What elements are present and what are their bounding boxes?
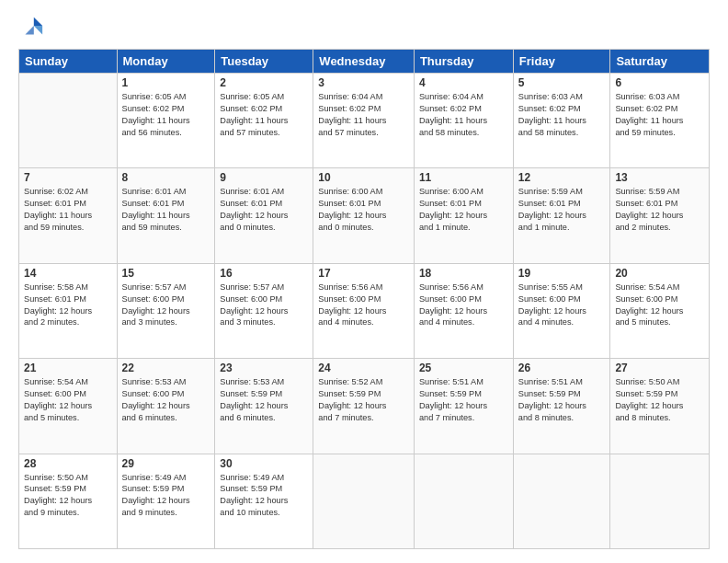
cell-info: Sunrise: 5:54 AM Sunset: 6:00 PM Dayligh… [615,282,704,329]
calendar-cell: 9Sunrise: 6:01 AM Sunset: 6:01 PM Daylig… [215,168,313,263]
day-number: 21 [24,362,112,374]
day-header-friday: Friday [513,50,610,74]
cell-info: Sunrise: 5:59 AM Sunset: 6:01 PM Dayligh… [518,186,606,234]
page: SundayMondayTuesdayWednesdayThursdayFrid… [0,0,728,563]
calendar-cell: 3Sunrise: 6:04 AM Sunset: 6:02 PM Daylig… [313,74,415,168]
day-number: 18 [419,267,508,280]
calendar-cell: 5Sunrise: 6:03 AM Sunset: 6:02 PM Daylig… [513,74,610,168]
day-number: 22 [122,362,210,374]
calendar-week-row: 1Sunrise: 6:05 AM Sunset: 6:02 PM Daylig… [19,74,710,168]
cell-info: Sunrise: 6:03 AM Sunset: 6:02 PM Dayligh… [518,91,606,139]
calendar-cell: 7Sunrise: 6:02 AM Sunset: 6:01 PM Daylig… [19,168,118,263]
calendar-cell: 22Sunrise: 5:53 AM Sunset: 6:00 PM Dayli… [117,359,215,454]
day-number: 1 [122,76,210,89]
calendar-header-row: SundayMondayTuesdayWednesdayThursdayFrid… [19,50,710,74]
calendar-cell: 19Sunrise: 5:55 AM Sunset: 6:00 PM Dayli… [513,263,610,358]
day-number: 13 [615,171,704,184]
day-number: 27 [615,362,704,374]
day-number: 19 [518,267,606,280]
calendar-cell: 24Sunrise: 5:52 AM Sunset: 5:59 PM Dayli… [313,359,415,454]
calendar-cell: 14Sunrise: 5:58 AM Sunset: 6:01 PM Dayli… [19,263,118,358]
logo [18,14,46,40]
cell-info: Sunrise: 5:57 AM Sunset: 6:00 PM Dayligh… [220,282,308,329]
cell-info: Sunrise: 5:56 AM Sunset: 6:00 PM Dayligh… [419,282,508,329]
day-header-wednesday: Wednesday [313,50,415,74]
calendar-week-row: 7Sunrise: 6:02 AM Sunset: 6:01 PM Daylig… [19,168,710,263]
svg-marker-2 [25,26,33,34]
day-number: 12 [518,171,606,184]
day-header-monday: Monday [117,50,215,74]
calendar-cell: 11Sunrise: 6:00 AM Sunset: 6:01 PM Dayli… [414,168,513,263]
day-number: 16 [220,267,308,280]
calendar-cell: 30Sunrise: 5:49 AM Sunset: 5:59 PM Dayli… [215,454,313,548]
calendar-cell: 2Sunrise: 6:05 AM Sunset: 6:02 PM Daylig… [215,74,313,168]
calendar-cell: 16Sunrise: 5:57 AM Sunset: 6:00 PM Dayli… [215,263,313,358]
day-number: 4 [419,76,508,89]
day-number: 8 [122,171,210,184]
cell-info: Sunrise: 5:58 AM Sunset: 6:01 PM Dayligh… [24,282,112,329]
svg-marker-1 [34,26,42,34]
calendar-cell: 25Sunrise: 5:51 AM Sunset: 5:59 PM Dayli… [414,359,513,454]
calendar-cell: 23Sunrise: 5:53 AM Sunset: 5:59 PM Dayli… [215,359,313,454]
day-number: 7 [24,171,112,184]
cell-info: Sunrise: 6:02 AM Sunset: 6:01 PM Dayligh… [24,186,112,234]
calendar-cell: 26Sunrise: 5:51 AM Sunset: 5:59 PM Dayli… [513,359,610,454]
cell-info: Sunrise: 5:49 AM Sunset: 5:59 PM Dayligh… [220,472,308,520]
calendar-cell: 20Sunrise: 5:54 AM Sunset: 6:00 PM Dayli… [610,263,710,358]
day-number: 24 [318,362,409,374]
day-number: 26 [518,362,606,374]
cell-info: Sunrise: 6:05 AM Sunset: 6:02 PM Dayligh… [122,91,210,139]
day-number: 25 [419,362,508,374]
header [18,14,710,40]
cell-info: Sunrise: 6:00 AM Sunset: 6:01 PM Dayligh… [419,186,508,234]
cell-info: Sunrise: 6:04 AM Sunset: 6:02 PM Dayligh… [419,91,508,139]
calendar-table: SundayMondayTuesdayWednesdayThursdayFrid… [18,49,710,549]
day-header-thursday: Thursday [414,50,513,74]
cell-info: Sunrise: 6:00 AM Sunset: 6:01 PM Dayligh… [318,186,409,234]
calendar-cell: 15Sunrise: 5:57 AM Sunset: 6:00 PM Dayli… [117,263,215,358]
calendar-cell [19,74,118,168]
calendar-week-row: 21Sunrise: 5:54 AM Sunset: 6:00 PM Dayli… [19,359,710,454]
day-number: 3 [318,76,409,89]
cell-info: Sunrise: 5:55 AM Sunset: 6:00 PM Dayligh… [518,282,606,329]
calendar-cell [414,454,513,548]
calendar-cell: 29Sunrise: 5:49 AM Sunset: 5:59 PM Dayli… [117,454,215,548]
day-number: 23 [220,362,308,374]
day-number: 11 [419,171,508,184]
day-header-tuesday: Tuesday [215,50,313,74]
calendar-cell: 12Sunrise: 5:59 AM Sunset: 6:01 PM Dayli… [513,168,610,263]
cell-info: Sunrise: 5:51 AM Sunset: 5:59 PM Dayligh… [419,376,508,424]
calendar-cell: 4Sunrise: 6:04 AM Sunset: 6:02 PM Daylig… [414,74,513,168]
calendar-cell: 1Sunrise: 6:05 AM Sunset: 6:02 PM Daylig… [117,74,215,168]
day-number: 14 [24,267,112,280]
day-header-sunday: Sunday [19,50,118,74]
cell-info: Sunrise: 5:50 AM Sunset: 5:59 PM Dayligh… [24,472,112,520]
calendar-cell: 10Sunrise: 6:00 AM Sunset: 6:01 PM Dayli… [313,168,415,263]
cell-info: Sunrise: 5:54 AM Sunset: 6:00 PM Dayligh… [24,376,112,424]
day-header-saturday: Saturday [610,50,710,74]
cell-info: Sunrise: 5:59 AM Sunset: 6:01 PM Dayligh… [615,186,704,234]
calendar-cell [513,454,610,548]
cell-info: Sunrise: 5:50 AM Sunset: 5:59 PM Dayligh… [615,376,704,424]
cell-info: Sunrise: 5:53 AM Sunset: 5:59 PM Dayligh… [220,376,308,424]
day-number: 9 [220,171,308,184]
calendar-cell: 27Sunrise: 5:50 AM Sunset: 5:59 PM Dayli… [610,359,710,454]
day-number: 5 [518,76,606,89]
day-number: 28 [24,457,112,470]
cell-info: Sunrise: 5:53 AM Sunset: 6:00 PM Dayligh… [122,376,210,424]
cell-info: Sunrise: 5:51 AM Sunset: 5:59 PM Dayligh… [518,376,606,424]
day-number: 10 [318,171,409,184]
calendar-cell: 18Sunrise: 5:56 AM Sunset: 6:00 PM Dayli… [414,263,513,358]
cell-info: Sunrise: 5:49 AM Sunset: 5:59 PM Dayligh… [122,472,210,520]
calendar-week-row: 28Sunrise: 5:50 AM Sunset: 5:59 PM Dayli… [19,454,710,548]
cell-info: Sunrise: 6:05 AM Sunset: 6:02 PM Dayligh… [220,91,308,139]
day-number: 17 [318,267,409,280]
cell-info: Sunrise: 5:56 AM Sunset: 6:00 PM Dayligh… [318,282,409,329]
calendar-cell [313,454,415,548]
calendar-cell: 21Sunrise: 5:54 AM Sunset: 6:00 PM Dayli… [19,359,118,454]
cell-info: Sunrise: 6:01 AM Sunset: 6:01 PM Dayligh… [122,186,210,234]
calendar-cell: 6Sunrise: 6:03 AM Sunset: 6:02 PM Daylig… [610,74,710,168]
day-number: 15 [122,267,210,280]
cell-info: Sunrise: 5:52 AM Sunset: 5:59 PM Dayligh… [318,376,409,424]
calendar-cell: 13Sunrise: 5:59 AM Sunset: 6:01 PM Dayli… [610,168,710,263]
